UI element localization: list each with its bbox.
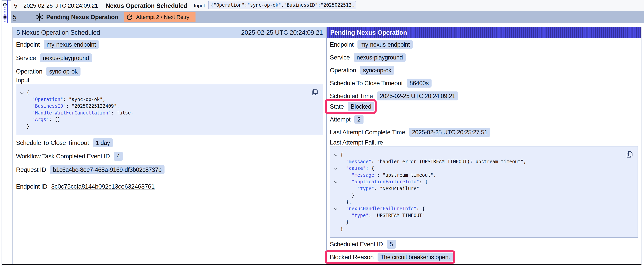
json-code-line: "HandlerWaitForCancellation": false, xyxy=(16,110,305,116)
json-text: } xyxy=(346,219,349,225)
field-value-badge: my-nexus-endpoint xyxy=(44,40,99,49)
detail-field-row: Servicenexus-playground xyxy=(16,54,92,62)
detail-field-row: StateBlocked xyxy=(330,102,374,111)
field-value-badge: 86400s xyxy=(406,79,432,88)
json-code-line: { xyxy=(16,89,305,96)
detail-field-row: Endpoint ID3c0c75ccfa8144b092c13ce632463… xyxy=(16,182,154,191)
detail-field-row: Operationsync-op-ok xyxy=(330,66,394,75)
field-value-badge: 4 xyxy=(114,152,123,161)
json-text: : [] xyxy=(49,117,60,122)
pending-event-title: Pending Nexus Operation xyxy=(46,11,118,23)
field-label: Attempt xyxy=(330,116,350,123)
detail-field-row: Schedule To Close Timeout1 day xyxy=(16,138,113,147)
field-label: State xyxy=(330,103,344,110)
json-text: : "UPSTREAM_TIMEOUT" xyxy=(368,213,425,218)
json-code-line: { xyxy=(330,152,620,158)
json-code-line: "type": "NexusFailure" xyxy=(330,185,620,192)
json-code-line: "cause": { xyxy=(330,165,620,172)
json-code-line: "BusinessID": "20250225122409", xyxy=(16,103,305,110)
attempt-retry-badge: Attempt 2 • Next Retry xyxy=(124,12,196,22)
json-text: { xyxy=(340,152,343,158)
detail-field-row: Attempt2 xyxy=(330,115,364,124)
json-code-line: "nexusHandlerFailureInfo": { xyxy=(330,205,620,212)
json-text: }, xyxy=(346,199,352,205)
field-value-badge: my-nexus-endpoint xyxy=(358,40,413,49)
event-timestamp: 2025-02-25 UTC 20:24:09.21 xyxy=(24,1,98,11)
json-code-line: "Operation": "sync-op-ok", xyxy=(16,96,305,103)
detail-field-row: Scheduled Event ID5 xyxy=(330,240,396,249)
chevron-down-icon[interactable] xyxy=(20,92,24,94)
json-code-line: "Args": [] xyxy=(16,116,305,123)
json-key: "message" xyxy=(346,159,371,164)
event-title: Nexus Operation Scheduled xyxy=(106,1,187,11)
field-value-badge: 2 xyxy=(354,115,364,124)
pending-operation-header: Pending Nexus Operation xyxy=(327,27,641,38)
json-text: } xyxy=(352,192,354,198)
viewport-bottom-edge xyxy=(2,264,642,265)
event-id-link[interactable]: 5 xyxy=(13,11,16,23)
json-key: "Operation" xyxy=(32,97,63,102)
event-details-header-timestamp: 2025-02-25 UTC 20:24:09.21 xyxy=(241,29,323,36)
event-row-pending-selected[interactable]: 5 Pending Nexus Operation Attempt 2 • Ne… xyxy=(11,11,644,23)
field-value-badge: nexus-playground xyxy=(40,54,92,62)
code-section-label: Last Attempt Failure xyxy=(330,139,638,146)
json-text: { xyxy=(26,90,29,95)
json-text: : { xyxy=(416,206,425,211)
chevron-down-icon[interactable] xyxy=(334,168,338,170)
json-key: "Args" xyxy=(32,117,49,122)
field-label: Endpoint xyxy=(330,41,354,48)
chevron-down-icon[interactable] xyxy=(334,208,338,210)
field-label: Service xyxy=(16,54,36,62)
event-details-header-title: 5 Nexus Operation Scheduled xyxy=(16,29,100,36)
field-label: Operation xyxy=(330,67,356,74)
json-code-line: "type": "UPSTREAM_TIMEOUT" xyxy=(330,212,620,219)
json-key: "BusinessID" xyxy=(32,103,66,109)
field-value-badge: The circuit breaker is open. xyxy=(378,252,453,261)
json-text: } xyxy=(26,124,29,129)
detail-field-row: Blocked ReasonThe circuit breaker is ope… xyxy=(330,252,453,261)
event-row-scheduled[interactable]: 5 2025-02-25 UTC 20:24:09.21 Nexus Opera… xyxy=(11,1,644,11)
attempt-badge-text: Attempt 2 • Next Retry xyxy=(136,14,189,20)
json-key: "applicationFailureInfo" xyxy=(352,179,419,184)
container-left-border xyxy=(2,1,2,265)
field-value-badge: 2025-02-25 UTC 20:25:27.51 xyxy=(409,128,490,137)
copy-icon[interactable] xyxy=(626,151,632,158)
json-code-line: "message": "handler error (UPSTREAM_TIME… xyxy=(330,158,620,165)
chevron-down-icon[interactable] xyxy=(334,154,338,156)
field-label: Endpoint ID xyxy=(16,183,47,190)
field-value-badge: nexus-playground xyxy=(354,53,406,62)
event-group-indicator-bar xyxy=(7,1,8,23)
json-code-block: {"message": "handler error (UPSTREAM_TIM… xyxy=(330,146,638,238)
code-section-label: Input xyxy=(16,77,323,84)
field-value-badge: sync-op-ok xyxy=(360,66,394,75)
field-value-badge: b1c6a4bc-8ee7-468a-9169-df3b02c8737b xyxy=(50,165,164,174)
event-input-preview-chip[interactable]: {"Operation":"sync-op-ok","BusinessID":"… xyxy=(208,1,356,9)
open-circle-icon xyxy=(3,3,7,7)
field-label: Last Attempt Complete Time xyxy=(330,129,405,136)
field-value-badge: 5 xyxy=(387,240,396,249)
json-code-block: {"Operation": "sync-op-ok","BusinessID":… xyxy=(16,84,323,135)
chevron-down-icon[interactable] xyxy=(334,181,338,183)
json-key: "type" xyxy=(357,186,374,191)
field-label: Operation xyxy=(16,68,42,75)
field-label: Scheduled Event ID xyxy=(330,241,383,248)
field-label: Request ID xyxy=(16,166,46,173)
retry-icon xyxy=(126,14,133,21)
detail-field-row: Scheduled Time2025-02-25 UTC 20:24:09.21 xyxy=(330,92,458,100)
field-value-link[interactable]: 3c0c75ccfa8144b092c13ce632463761 xyxy=(51,183,155,190)
field-label: Blocked Reason xyxy=(330,253,374,261)
timeline-dotted-connector xyxy=(4,7,6,23)
field-value-badge: 2025-02-25 UTC 20:24:09.21 xyxy=(377,92,458,100)
field-label: Schedule To Close Timeout xyxy=(16,139,89,146)
event-details-header: 5 Nexus Operation Scheduled 2025-02-25 U… xyxy=(13,27,326,38)
json-code-line: } xyxy=(16,123,305,130)
detail-field-row: Operationsync-op-ok xyxy=(16,67,80,76)
json-text: : "upstream timeout", xyxy=(377,172,436,178)
json-code-line: "applicationFailureInfo": { xyxy=(330,178,620,185)
copy-icon[interactable] xyxy=(312,89,318,95)
json-code-line: } xyxy=(330,219,620,226)
annotation-highlight-box: Blocked ReasonThe circuit breaker is ope… xyxy=(330,252,453,261)
detail-field-row: Endpointmy-nexus-endpoint xyxy=(16,40,99,49)
field-value-badge: sync-op-ok xyxy=(46,67,80,76)
event-id-link[interactable]: 5 xyxy=(14,1,17,11)
